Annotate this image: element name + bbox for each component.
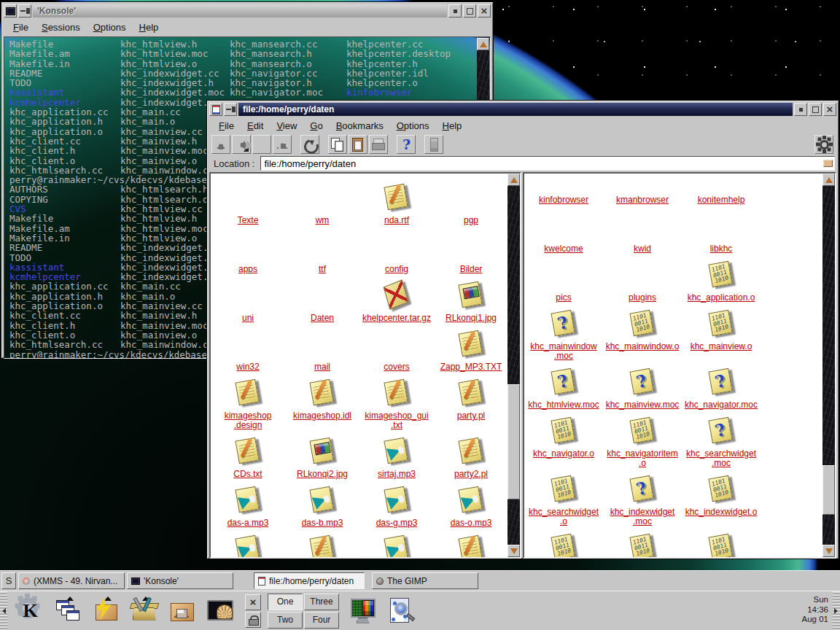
file-party.pl[interactable]: party.pl <box>434 376 508 430</box>
scroll-up-button[interactable] <box>508 174 520 186</box>
left-pane-scrollbar[interactable] <box>508 174 520 557</box>
file-label[interactable]: kinfobrowser <box>539 195 588 205</box>
file-khc_mainview.moc[interactable]: khc_mainview.moc <box>603 365 682 410</box>
file-khc_navigator.moc[interactable]: khc_navigator.moc <box>682 365 761 410</box>
file-kmanbrowser[interactable]: kmanbrowser <box>603 172 682 205</box>
file-label[interactable]: wm <box>316 216 330 225</box>
home-button[interactable] <box>273 135 292 154</box>
file-pics[interactable]: pics <box>524 258 603 303</box>
file-das-a.mp3[interactable]: das-a.mp3 <box>211 483 285 528</box>
menu-view[interactable]: View <box>270 119 303 133</box>
fm-window-menu-button[interactable] <box>209 103 222 116</box>
menu-help[interactable]: Help <box>436 119 469 133</box>
file-label[interactable]: plugins <box>629 293 656 303</box>
file-label[interactable]: uni <box>242 314 254 323</box>
file-label[interactable]: pgp <box>464 216 478 225</box>
file-label[interactable]: khc_application.o <box>688 293 755 303</box>
file-label[interactable]: RLkonqi2.jpg <box>297 470 348 479</box>
paste-button[interactable] <box>349 135 368 154</box>
file-label[interactable]: das-g.mp3 <box>376 518 418 528</box>
menu-options[interactable]: Options <box>87 20 133 34</box>
menu-bookmarks[interactable]: Bookmarks <box>330 119 390 133</box>
copy-button[interactable] <box>328 135 347 154</box>
panel-hide-right-button[interactable] <box>833 591 840 630</box>
file-label[interactable]: kimageshop .design <box>225 411 272 430</box>
file-label[interactable]: das-o.mp3 <box>451 518 492 528</box>
control-center-launcher[interactable] <box>346 594 380 629</box>
logout-button[interactable] <box>245 594 261 610</box>
file-mail[interactable]: mail <box>285 327 359 372</box>
taskbar-start-button[interactable]: S <box>1 572 16 589</box>
file-icon-partial[interactable] <box>359 532 434 559</box>
file-label[interactable]: sirtaj.mp3 <box>378 470 416 479</box>
menu-options[interactable]: Options <box>390 119 436 133</box>
scrollbar-thumb[interactable] <box>508 384 520 499</box>
task-gimp[interactable]: The GIMP <box>372 572 478 589</box>
fm-titlebar[interactable]: file:/home/perry/daten <box>209 103 836 116</box>
scroll-up-button[interactable] <box>477 38 489 50</box>
utilities-launcher[interactable] <box>127 594 161 629</box>
file-label[interactable]: khc_navigator.moc <box>685 400 758 410</box>
file-label[interactable]: mail <box>314 362 330 372</box>
home-launcher[interactable] <box>165 594 199 629</box>
pager-desktop-three[interactable]: Three <box>304 594 339 610</box>
help-button[interactable] <box>397 135 416 154</box>
file-label[interactable]: das-a.mp3 <box>228 518 269 528</box>
pager-desktop-four[interactable]: Four <box>304 612 339 629</box>
file-RLkonqi1.jpg[interactable]: RLkonqi1.jpg <box>434 279 508 323</box>
location-input[interactable] <box>260 156 835 171</box>
konsole-minimize-button[interactable] <box>448 4 462 18</box>
file-label[interactable]: libkhc <box>710 244 733 254</box>
file-win32[interactable]: win32 <box>211 327 285 372</box>
file-icon-partial[interactable] <box>524 531 603 559</box>
fm-sticky-pin-button[interactable] <box>224 103 237 116</box>
file-icon-partial[interactable] <box>285 532 359 559</box>
task-konsole[interactable]: 'Konsole' <box>127 572 233 589</box>
file-kimageshop.design[interactable]: kimageshop .design <box>211 376 285 430</box>
file-label[interactable]: party.pl <box>457 411 485 421</box>
file-party2.pl[interactable]: party2.pl <box>434 435 508 479</box>
file-label[interactable]: Bilder <box>460 265 483 274</box>
file-pgp[interactable]: pgp <box>434 181 508 225</box>
file-kimageshop.idl[interactable]: kimageshop.idl <box>285 376 359 430</box>
file-label[interactable]: kmanbrowser <box>616 195 669 205</box>
file-icon-partial[interactable] <box>434 532 508 559</box>
konsole-maximize-button[interactable] <box>463 4 476 18</box>
konsole-launcher[interactable] <box>203 594 237 629</box>
menu-file[interactable]: File <box>7 20 35 34</box>
file-plugins[interactable]: plugins <box>603 258 682 303</box>
file-label[interactable]: party2.pl <box>454 470 488 479</box>
kmenu-launcher[interactable]: K <box>13 594 47 629</box>
fm-close-button[interactable] <box>823 103 836 116</box>
file-kwid[interactable]: kwid <box>603 209 682 254</box>
file-konitemhelp[interactable]: konitemhelp <box>682 172 761 205</box>
file-config[interactable]: config <box>359 230 434 274</box>
pager-desktop-two[interactable]: Two <box>268 612 303 629</box>
disknav-launcher[interactable] <box>89 594 123 629</box>
file-icon-partial[interactable] <box>682 531 761 559</box>
menu-edit[interactable]: Edit <box>241 119 270 133</box>
file-khc_navigator.o[interactable]: khc_navigator.o <box>524 414 603 468</box>
file-label[interactable]: konitemhelp <box>698 195 745 205</box>
file-kinfobrowser[interactable]: kinfobrowser <box>524 172 603 205</box>
file-khc_mainview.o[interactable]: khc_mainview.o <box>682 307 761 361</box>
file-label[interactable]: nda.rtf <box>384 216 409 225</box>
file-label[interactable]: khc_indexwidget .moc <box>610 508 675 526</box>
file-das-b.mp3[interactable]: das-b.mp3 <box>285 483 359 528</box>
panel-hide-left-button[interactable] <box>0 591 7 630</box>
fm-left-pane[interactable]: Textewmnda.rtfpgpappsttfconfigBilderuniD… <box>209 172 521 559</box>
file-label[interactable]: khc_mainview.o <box>691 342 752 351</box>
find-files-launcher[interactable] <box>384 594 418 629</box>
file-label[interactable]: apps <box>238 265 257 274</box>
file-label[interactable]: covers <box>384 362 409 372</box>
right-pane-scrollbar[interactable] <box>822 174 835 557</box>
file-label[interactable]: Texte <box>238 216 259 225</box>
task-xmms[interactable]: (XMMS - 49. Nirvan... <box>18 572 125 589</box>
file-label[interactable]: config <box>385 265 408 274</box>
fm-maximize-button[interactable] <box>809 103 822 116</box>
lock-screen-button[interactable] <box>245 612 261 628</box>
file-kimageshop_gui.txt[interactable]: kimageshop_gui .txt <box>359 376 434 430</box>
file-label[interactable]: das-b.mp3 <box>302 518 343 528</box>
file-label[interactable]: kimageshop_gui .txt <box>365 411 428 430</box>
file-label[interactable]: khc_mainwindow .moc <box>530 342 596 361</box>
